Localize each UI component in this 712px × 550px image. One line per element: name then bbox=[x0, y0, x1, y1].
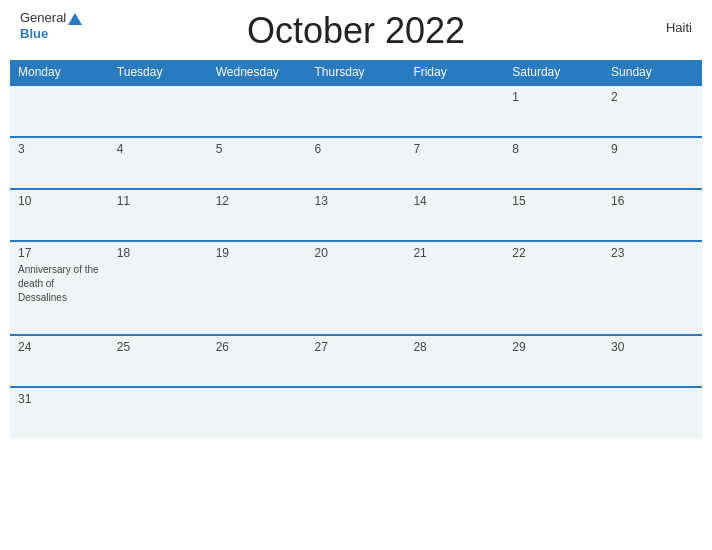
calendar-cell: 25 bbox=[109, 335, 208, 387]
day-number: 20 bbox=[315, 246, 398, 260]
calendar-cell: 18 bbox=[109, 241, 208, 335]
calendar-cell bbox=[109, 387, 208, 438]
day-number: 10 bbox=[18, 194, 101, 208]
weekday-header-thursday: Thursday bbox=[307, 60, 406, 85]
calendar-cell: 7 bbox=[405, 137, 504, 189]
calendar-cell: 1 bbox=[504, 85, 603, 137]
weekday-header-saturday: Saturday bbox=[504, 60, 603, 85]
logo: General Blue bbox=[20, 10, 82, 41]
calendar-cell: 26 bbox=[208, 335, 307, 387]
day-number: 29 bbox=[512, 340, 595, 354]
calendar-cell: 20 bbox=[307, 241, 406, 335]
calendar-header-row: MondayTuesdayWednesdayThursdayFridaySatu… bbox=[10, 60, 702, 85]
day-number: 27 bbox=[315, 340, 398, 354]
calendar-cell bbox=[208, 85, 307, 137]
calendar-event: Anniversary of the death of Dessalines bbox=[18, 264, 99, 303]
calendar-cell: 11 bbox=[109, 189, 208, 241]
day-number: 7 bbox=[413, 142, 496, 156]
calendar-cell: 29 bbox=[504, 335, 603, 387]
day-number: 4 bbox=[117, 142, 200, 156]
calendar-cell bbox=[504, 387, 603, 438]
day-number: 31 bbox=[18, 392, 101, 406]
logo-blue-text: Blue bbox=[20, 26, 48, 42]
calendar-cell: 27 bbox=[307, 335, 406, 387]
weekday-header-tuesday: Tuesday bbox=[109, 60, 208, 85]
calendar-header: General Blue October 2022 Haiti bbox=[10, 10, 702, 52]
day-number: 8 bbox=[512, 142, 595, 156]
calendar-cell bbox=[603, 387, 702, 438]
day-number: 11 bbox=[117, 194, 200, 208]
day-number: 9 bbox=[611, 142, 694, 156]
calendar-cell: 5 bbox=[208, 137, 307, 189]
calendar-cell: 16 bbox=[603, 189, 702, 241]
day-number: 15 bbox=[512, 194, 595, 208]
calendar-cell: 22 bbox=[504, 241, 603, 335]
day-number: 21 bbox=[413, 246, 496, 260]
day-number: 12 bbox=[216, 194, 299, 208]
calendar-cell: 14 bbox=[405, 189, 504, 241]
weekday-header-sunday: Sunday bbox=[603, 60, 702, 85]
day-number: 1 bbox=[512, 90, 595, 104]
calendar-cell bbox=[405, 387, 504, 438]
day-number: 28 bbox=[413, 340, 496, 354]
calendar-week-row: 31 bbox=[10, 387, 702, 438]
calendar-cell bbox=[307, 85, 406, 137]
calendar-cell bbox=[109, 85, 208, 137]
calendar-cell: 3 bbox=[10, 137, 109, 189]
day-number: 5 bbox=[216, 142, 299, 156]
calendar-cell: 21 bbox=[405, 241, 504, 335]
weekday-header-monday: Monday bbox=[10, 60, 109, 85]
day-number: 6 bbox=[315, 142, 398, 156]
calendar-title: October 2022 bbox=[247, 10, 465, 52]
calendar-cell bbox=[208, 387, 307, 438]
country-label: Haiti bbox=[666, 20, 692, 35]
calendar-cell: 2 bbox=[603, 85, 702, 137]
calendar-week-row: 12 bbox=[10, 85, 702, 137]
calendar-cell bbox=[307, 387, 406, 438]
calendar-cell: 12 bbox=[208, 189, 307, 241]
day-number: 16 bbox=[611, 194, 694, 208]
calendar-cell: 24 bbox=[10, 335, 109, 387]
day-number: 13 bbox=[315, 194, 398, 208]
day-number: 22 bbox=[512, 246, 595, 260]
calendar-cell: 31 bbox=[10, 387, 109, 438]
calendar-week-row: 10111213141516 bbox=[10, 189, 702, 241]
calendar-cell: 13 bbox=[307, 189, 406, 241]
day-number: 3 bbox=[18, 142, 101, 156]
day-number: 25 bbox=[117, 340, 200, 354]
day-number: 2 bbox=[611, 90, 694, 104]
calendar-table: MondayTuesdayWednesdayThursdayFridaySatu… bbox=[10, 60, 702, 438]
calendar-cell: 17Anniversary of the death of Dessalines bbox=[10, 241, 109, 335]
day-number: 30 bbox=[611, 340, 694, 354]
day-number: 26 bbox=[216, 340, 299, 354]
calendar-week-row: 3456789 bbox=[10, 137, 702, 189]
calendar-cell: 9 bbox=[603, 137, 702, 189]
weekday-header-wednesday: Wednesday bbox=[208, 60, 307, 85]
calendar-week-row: 24252627282930 bbox=[10, 335, 702, 387]
logo-general-text: General bbox=[20, 10, 82, 26]
calendar-cell: 30 bbox=[603, 335, 702, 387]
calendar-cell bbox=[405, 85, 504, 137]
calendar-cell: 23 bbox=[603, 241, 702, 335]
calendar-cell: 4 bbox=[109, 137, 208, 189]
calendar-cell: 15 bbox=[504, 189, 603, 241]
day-number: 19 bbox=[216, 246, 299, 260]
calendar-cell: 8 bbox=[504, 137, 603, 189]
calendar-cell: 10 bbox=[10, 189, 109, 241]
calendar-cell: 19 bbox=[208, 241, 307, 335]
day-number: 23 bbox=[611, 246, 694, 260]
calendar-week-row: 17Anniversary of the death of Dessalines… bbox=[10, 241, 702, 335]
calendar-cell bbox=[10, 85, 109, 137]
day-number: 18 bbox=[117, 246, 200, 260]
day-number: 17 bbox=[18, 246, 101, 260]
calendar-cell: 6 bbox=[307, 137, 406, 189]
day-number: 14 bbox=[413, 194, 496, 208]
weekday-header-friday: Friday bbox=[405, 60, 504, 85]
calendar-cell: 28 bbox=[405, 335, 504, 387]
day-number: 24 bbox=[18, 340, 101, 354]
logo-triangle-icon bbox=[68, 13, 82, 25]
